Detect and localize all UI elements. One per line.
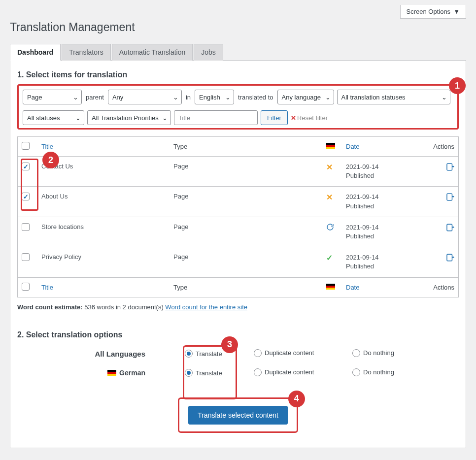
svg-rect-2 [447, 224, 452, 231]
german-flag-icon [326, 284, 335, 290]
radio-icon [254, 349, 262, 357]
german-flag-icon [326, 143, 335, 149]
callout-badge-1: 1 [449, 77, 466, 94]
translate-action-icon[interactable] [445, 223, 454, 232]
translation-status-select[interactable]: All translation statuses ⌄ [337, 90, 450, 104]
row-checkbox[interactable] [22, 223, 30, 231]
post-status-select[interactable]: All statuses ⌄ [23, 110, 84, 125]
status-not-translated-icon: ✕ [326, 193, 333, 201]
column-date[interactable]: Date [346, 143, 420, 150]
row-title: Privacy Policy [41, 253, 173, 261]
status-in-progress-icon [326, 223, 334, 231]
target-language-select[interactable]: Any language ⌄ [277, 90, 334, 104]
row-state: Published [346, 202, 374, 210]
radio-icon [185, 350, 193, 358]
section-1-title: 1. Select items for translation [17, 70, 459, 79]
table-row: Contact Us Page ✕ 2021-09-14 Published [18, 156, 458, 186]
tab-jobs[interactable]: Jobs [194, 44, 223, 61]
options-row-german: German Translate Duplicate content [17, 363, 459, 383]
reset-filter-link[interactable]: ✕ Reset filter [291, 114, 328, 122]
chevron-down-icon: ⌄ [225, 94, 231, 101]
translate-action-icon[interactable] [445, 193, 454, 201]
row-date: 2021-09-14 [346, 224, 379, 231]
column-actions-footer: Actions [420, 284, 454, 291]
german-flag-icon [107, 370, 116, 376]
priority-select[interactable]: All Translation Priorities ⌄ [87, 110, 171, 125]
post-type-select[interactable]: Page ⌄ [23, 90, 82, 104]
translated-to-label: translated to [237, 94, 274, 101]
row-checkbox[interactable] [22, 253, 30, 261]
in-label: in [185, 94, 192, 101]
radio-german-translate[interactable]: Translate [185, 369, 222, 377]
radio-all-duplicate[interactable]: Duplicate content [254, 349, 314, 357]
row-state: Published [346, 263, 374, 270]
row-title: Contact Us [41, 163, 173, 170]
close-icon: ✕ [291, 114, 296, 122]
select-all-checkbox[interactable] [22, 142, 30, 150]
callout-badge-4: 4 [288, 391, 305, 407]
word-count-text: Word count estimate: 536 words in 2 docu… [17, 303, 459, 311]
table-row: Privacy Policy Page ✓ 2021-09-14 Publish… [18, 247, 458, 277]
chevron-down-icon: ▼ [453, 8, 460, 15]
parent-select[interactable]: Any ⌄ [108, 90, 182, 104]
status-translated-icon: ✓ [326, 254, 333, 262]
options-row-all-languages: All Languages Translate Duplicate conten… [17, 344, 459, 363]
column-date-footer[interactable]: Date [346, 284, 420, 291]
screen-options-button[interactable]: Screen Options ▼ [400, 5, 466, 19]
translate-action-icon[interactable] [445, 253, 454, 262]
dashboard-panel: 1. Select items for translation 1 Page ⌄… [10, 60, 466, 448]
translate-selected-button[interactable]: Translate selected content [188, 406, 288, 425]
radio-all-do-nothing[interactable]: Do nothing [352, 349, 394, 357]
parent-label: parent [85, 94, 105, 101]
row-state: Published [346, 232, 374, 240]
translate-action-icon[interactable] [445, 163, 454, 171]
radio-all-translate[interactable]: Translate [185, 350, 222, 358]
items-table: 2 Title Type Date Actions Contact Us Pag… [17, 136, 459, 297]
svg-rect-3 [447, 254, 452, 261]
column-actions: Actions [420, 143, 454, 150]
row-checkbox[interactable] [22, 163, 30, 170]
callout-badge-3: 3 [221, 336, 238, 353]
title-filter-input[interactable]: Title [174, 110, 258, 125]
radio-german-duplicate[interactable]: Duplicate content [254, 368, 314, 376]
svg-rect-1 [447, 194, 452, 201]
column-type: Type [173, 143, 326, 150]
chevron-down-icon: ⌄ [173, 94, 178, 101]
column-type-footer: Type [173, 284, 326, 291]
svg-rect-0 [447, 164, 452, 170]
screen-options-label: Screen Options [407, 8, 451, 15]
column-title[interactable]: Title [41, 143, 173, 150]
row-checkbox[interactable] [22, 193, 30, 200]
status-not-translated-icon: ✕ [326, 163, 333, 171]
chevron-down-icon: ⌄ [162, 114, 168, 122]
row-type: Page [173, 193, 326, 200]
radio-icon [185, 369, 193, 377]
row-state: Published [346, 172, 374, 179]
radio-german-do-nothing[interactable]: Do nothing [352, 368, 394, 376]
chevron-down-icon: ⌄ [325, 94, 331, 101]
row-title: About Us [41, 193, 173, 200]
row-title: Store locations [41, 223, 173, 230]
row-date: 2021-09-14 [346, 193, 379, 200]
page-title: Translation Management [10, 21, 466, 34]
select-all-checkbox-footer[interactable] [22, 283, 30, 291]
table-header: Title Type Date Actions [18, 137, 458, 156]
radio-icon [352, 349, 360, 357]
tab-dashboard[interactable]: Dashboard [10, 44, 61, 61]
callout-badge-2: 2 [42, 152, 59, 168]
tabs: Dashboard Translators Automatic Translat… [10, 44, 466, 61]
filter-button[interactable]: Filter [261, 110, 288, 125]
language-select[interactable]: English ⌄ [195, 90, 234, 104]
word-count-link[interactable]: Word count for the entire site [165, 303, 247, 311]
row-type: Page [173, 223, 326, 230]
section-2-title: 2. Select translation options [17, 330, 459, 339]
filters-box: 1 Page ⌄ parent Any ⌄ in English ⌄ trans… [17, 84, 459, 130]
tab-translators[interactable]: Translators [62, 44, 111, 61]
radio-icon [254, 368, 262, 376]
german-label: German [119, 369, 145, 377]
tab-automatic-translation[interactable]: Automatic Translation [112, 44, 193, 61]
table-row: Store locations Page 2021-09-14 Publishe… [18, 217, 458, 247]
radio-icon [352, 368, 360, 376]
all-languages-label: All Languages [17, 350, 175, 358]
column-title-footer[interactable]: Title [41, 284, 173, 291]
